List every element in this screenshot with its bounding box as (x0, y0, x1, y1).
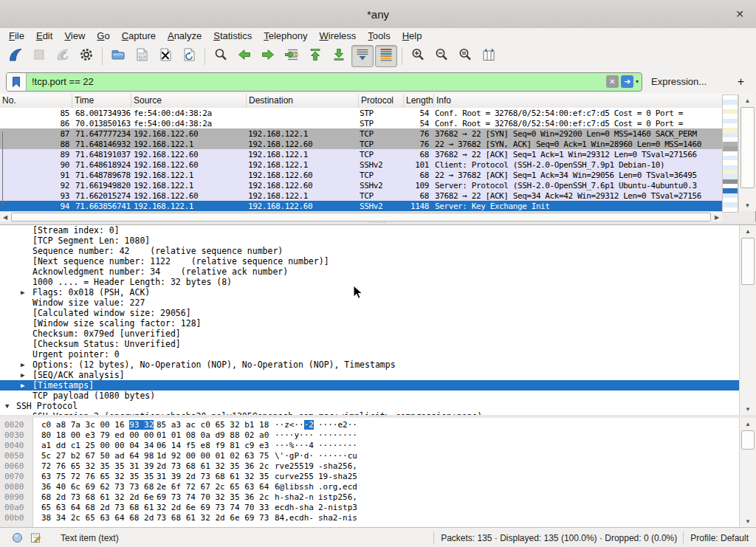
column-header-info[interactable]: Info (434, 94, 756, 108)
hex-vscrollbar[interactable]: ▲ ▼ (739, 418, 756, 527)
scroll-thumb[interactable] (741, 430, 755, 450)
detail-line-14[interactable]: ▶[SEQ/ACK analysis] (0, 370, 756, 380)
scroll-up-icon[interactable]: ▲ (740, 418, 756, 430)
menu-telephony[interactable]: Telephony (258, 30, 313, 42)
packet-row-88[interactable]: 8871.648146932192.168.122.1192.168.122.6… (0, 139, 722, 149)
column-header-source[interactable]: Source (131, 94, 247, 108)
restart-capture-button[interactable] (52, 45, 74, 67)
hex-row-0060[interactable]: 006072 76 65 32 35 35 31 392d 73 68 61 3… (0, 461, 756, 472)
filter-apply-button[interactable]: ➜ (621, 75, 633, 88)
detail-line-1[interactable]: [TCP Segment Len: 1080] (0, 235, 756, 246)
capture-options-button[interactable] (75, 45, 97, 67)
go-back-button[interactable] (233, 45, 255, 67)
detail-line-15[interactable]: ▶[Timestamps] (0, 380, 756, 391)
menu-capture[interactable]: Capture (116, 30, 162, 42)
menu-statistics[interactable]: Statistics (207, 30, 258, 42)
zoom-in-button[interactable] (407, 45, 429, 67)
menu-file[interactable]: File (3, 30, 30, 42)
hex-row-0090[interactable]: 009068 2d 73 68 61 32 2d 6e69 73 74 70 3… (0, 492, 756, 503)
close-file-button[interactable] (154, 45, 176, 67)
column-header-time[interactable]: Time (72, 94, 131, 108)
hex-row-0080[interactable]: 008036 40 6c 69 62 73 73 682e 6f 72 67 2… (0, 482, 756, 492)
auto-scroll-button[interactable] (351, 45, 374, 67)
detail-line-12[interactable]: Urgent pointer: 0 (0, 349, 756, 359)
add-filter-button[interactable]: + (732, 75, 750, 89)
zoom-reset-button[interactable] (454, 45, 476, 67)
resize-columns-button[interactable] (478, 45, 500, 67)
expand-icon[interactable]: ▶ (21, 370, 24, 380)
detail-line-13[interactable]: ▶Options: (12 bytes), No-Operation (NOP)… (0, 359, 756, 370)
menu-analyze[interactable]: Analyze (162, 30, 207, 42)
go-to-bottom-button[interactable] (328, 45, 350, 67)
go-forward-button[interactable] (257, 45, 279, 67)
column-header-destination[interactable]: Destination (247, 94, 359, 108)
scroll-down-icon[interactable]: ▼ (739, 199, 756, 211)
open-file-button[interactable] (107, 45, 129, 67)
expression-button[interactable]: Expression... (651, 76, 707, 87)
detail-line-16[interactable]: TCP payload (1080 bytes) (0, 391, 756, 401)
packet-row-91[interactable]: 9171.648789678192.168.122.1192.168.122.6… (0, 170, 722, 180)
collapse-icon[interactable]: ▼ (5, 401, 9, 411)
packet-row-94[interactable]: 9471.663856741192.168.122.1192.168.122.6… (0, 201, 722, 211)
detail-line-0[interactable]: [Stream index: 0] (0, 225, 756, 235)
scroll-thumb[interactable] (740, 107, 755, 188)
detail-line-9[interactable]: [Window size scaling factor: 128] (0, 318, 756, 328)
filter-bookmark-button[interactable] (7, 73, 27, 91)
detail-line-17[interactable]: ▼SSH Protocol (0, 401, 756, 411)
packet-row-86[interactable]: 8670.013850163fe:54:00:d4:38:2aSTP54Conf… (0, 118, 722, 128)
display-filter-input[interactable]: !tcp.port == 22 (27, 76, 606, 87)
go-to-packet-button[interactable] (281, 45, 303, 67)
detail-line-10[interactable]: Checksum: 0x79ed [unverified] (0, 328, 756, 339)
filter-dropdown-icon[interactable]: ▾ (636, 78, 639, 85)
scroll-thumb[interactable] (11, 213, 711, 221)
profile-button[interactable]: Profile: Default (690, 533, 749, 543)
menu-view[interactable]: View (58, 30, 91, 42)
detail-line-7[interactable]: Window size value: 227 (0, 297, 756, 308)
hex-row-0030[interactable]: 003080 18 00 e3 79 ed 00 0001 01 08 0a d… (0, 430, 756, 441)
menu-tools[interactable]: Tools (362, 30, 396, 42)
filter-clear-button[interactable]: ✕ (606, 75, 619, 88)
menu-wireless[interactable]: Wireless (314, 30, 362, 42)
menu-help[interactable]: Help (396, 30, 428, 42)
scroll-down-icon[interactable]: ▼ (740, 515, 756, 527)
hex-row-0070[interactable]: 007063 75 72 76 65 32 35 3531 39 2d 73 6… (0, 472, 756, 482)
expert-info-icon[interactable] (12, 532, 23, 543)
menu-edit[interactable]: Edit (30, 30, 58, 42)
menu-go[interactable]: Go (91, 30, 115, 42)
scroll-down-icon[interactable]: ▼ (740, 403, 756, 415)
scroll-right-icon[interactable]: ▶ (712, 212, 722, 222)
detail-line-11[interactable]: [Checksum Status: Unverified] (0, 339, 756, 349)
scroll-thumb[interactable] (741, 238, 755, 285)
hex-row-0040[interactable]: 0040a1 dd c1 25 00 00 04 3406 14 f5 e8 f… (0, 441, 756, 451)
detail-vscrollbar[interactable]: ▲ ▼ (739, 225, 756, 415)
column-header-length[interactable]: Length (404, 94, 434, 108)
detail-line-8[interactable]: [Calculated window size: 29056] (0, 308, 756, 318)
expand-icon[interactable]: ▶ (21, 380, 24, 391)
packet-row-87[interactable]: 8771.647777234192.168.122.60192.168.122.… (0, 128, 722, 139)
detail-line-2[interactable]: Sequence number: 42 (relative sequence n… (0, 246, 756, 256)
packet-row-90[interactable]: 9071.648618924192.168.122.60192.168.122.… (0, 159, 722, 170)
stop-capture-button[interactable] (28, 45, 50, 67)
reload-file-button[interactable] (178, 45, 200, 67)
detail-line-6[interactable]: ▶Flags: 0x018 (PSH, ACK) (0, 287, 756, 297)
scroll-up-icon[interactable]: ▲ (739, 94, 756, 106)
close-window-icon[interactable]: ✕ (731, 7, 749, 21)
column-header-no[interactable]: No. (0, 94, 72, 108)
packet-list-vscrollbar[interactable]: ▲ ▼ (738, 94, 756, 211)
hex-row-0020[interactable]: 0020c0 a8 7a 3c 00 16 93 3285 a3 ac c0 6… (0, 420, 756, 430)
hex-row-00a0[interactable]: 00a065 63 64 68 2d 73 68 6132 2d 6e 69 7… (0, 503, 756, 513)
column-header-protocol[interactable]: Protocol (359, 94, 404, 108)
detail-line-5[interactable]: 1000 .... = Header Length: 32 bytes (8) (0, 277, 756, 287)
packet-list-hscrollbar[interactable]: ◀ ▶ (0, 211, 722, 222)
expand-icon[interactable]: ▶ (21, 287, 24, 297)
find-packet-button[interactable] (210, 45, 232, 67)
start-capture-button[interactable] (4, 45, 27, 67)
expand-icon[interactable]: ▶ (21, 359, 24, 370)
detail-line-4[interactable]: Acknowledgment number: 34 (relative ack … (0, 266, 756, 277)
save-file-button[interactable]: 010101101011 (131, 45, 153, 67)
scroll-up-icon[interactable]: ▲ (740, 225, 756, 237)
capture-comment-icon[interactable] (30, 532, 41, 543)
packet-row-89[interactable]: 8971.648191037192.168.122.60192.168.122.… (0, 149, 722, 159)
intelligent-scrollbar-minimap[interactable] (722, 94, 738, 213)
go-to-top-button[interactable] (304, 45, 326, 67)
